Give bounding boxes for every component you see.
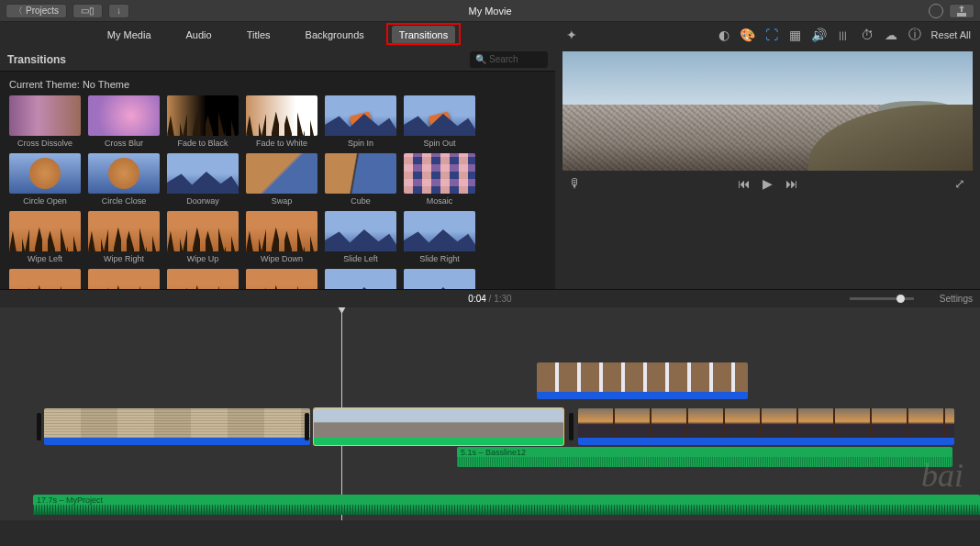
- clip-amphitheater[interactable]: [44, 408, 310, 445]
- transition-cube[interactable]: [325, 153, 396, 194]
- transition-item[interactable]: [246, 269, 317, 289]
- transition-cross-dissolve[interactable]: [9, 95, 81, 136]
- reset-all-button[interactable]: Reset All: [931, 29, 971, 40]
- transition-slide-right[interactable]: [404, 211, 475, 251]
- search-icon: 🔍: [475, 54, 486, 64]
- transition-circle-close[interactable]: [88, 153, 160, 194]
- transition-label: Wipe Left: [9, 254, 81, 265]
- stabilize-icon[interactable]: ▦: [788, 28, 803, 42]
- clip-handle[interactable]: [305, 413, 309, 440]
- tabs-row: My MediaAudioTitlesBackgroundsTransition…: [0, 22, 980, 48]
- clip-bridge[interactable]: [537, 362, 748, 399]
- tab-my-media[interactable]: My Media: [100, 26, 159, 44]
- preview-canvas[interactable]: [562, 51, 973, 171]
- clip-cityscape[interactable]: [314, 408, 563, 445]
- speed-icon[interactable]: ⏱: [860, 28, 874, 42]
- timeline[interactable]: 5.1s – Bassline12 17.7s – MyProject bai: [0, 307, 980, 520]
- clip-filter-icon[interactable]: ☁: [884, 28, 898, 42]
- transition-wipe-right[interactable]: [88, 211, 160, 251]
- transition-swap[interactable]: [246, 153, 317, 194]
- transition-wipe-down[interactable]: [246, 211, 317, 251]
- zoom-slider[interactable]: [850, 297, 914, 300]
- crop-icon[interactable]: ⛶: [764, 28, 779, 42]
- volume-icon[interactable]: 🔊: [812, 28, 827, 42]
- transition-item[interactable]: [9, 269, 81, 289]
- transition-fade-to-white[interactable]: [246, 95, 317, 136]
- transition-spin-in[interactable]: [325, 95, 396, 136]
- transition-label: Fade to Black: [167, 139, 239, 150]
- transition-wipe-up[interactable]: [167, 211, 239, 251]
- transition-slide-left[interactable]: [325, 211, 396, 251]
- tab-titles[interactable]: Titles: [239, 26, 278, 44]
- play-button[interactable]: ▶: [761, 176, 775, 191]
- transition-spin-out[interactable]: [404, 95, 475, 136]
- transition-label: Spin In: [325, 139, 396, 150]
- next-button[interactable]: ⏭: [785, 176, 799, 191]
- transition-cross-blur[interactable]: [88, 95, 160, 136]
- audio-clip-bassline[interactable]: 5.1s – Bassline12: [457, 447, 952, 467]
- record-indicator: [929, 4, 943, 18]
- color-balance-icon[interactable]: ◐: [717, 28, 731, 42]
- import-button[interactable]: ↓: [108, 4, 129, 18]
- transition-label: Wipe Down: [246, 254, 317, 265]
- magic-wand-icon[interactable]: ✦: [564, 28, 579, 42]
- transition-mosaic[interactable]: [404, 153, 475, 194]
- transition-fade-to-black[interactable]: [167, 95, 239, 136]
- transition-label: Doorway: [167, 196, 239, 207]
- transition-label: Cross Blur: [88, 139, 160, 150]
- share-button[interactable]: [949, 4, 974, 18]
- transition-label: Fade to White: [246, 139, 317, 150]
- timeline-header: 0:04 / 1:30 Settings: [0, 289, 980, 307]
- transition-label: Slide Left: [325, 254, 396, 265]
- transition-item[interactable]: [325, 269, 396, 289]
- transition-label: Mosaic: [404, 196, 475, 207]
- transition-item[interactable]: [404, 269, 475, 289]
- titlebar: 〈Projects ▭▯ ↓ My Movie: [0, 0, 980, 22]
- transition-label: Cross Dissolve: [9, 139, 81, 150]
- transition-doorway[interactable]: [167, 153, 239, 194]
- prev-button[interactable]: ⏮: [737, 176, 752, 191]
- transition-item[interactable]: [167, 269, 239, 289]
- current-theme-label: Current Theme: No Theme: [0, 72, 555, 95]
- transition-wipe-left[interactable]: [9, 211, 81, 251]
- audio-clip-project[interactable]: 17.7s – MyProject: [33, 495, 980, 515]
- transition-label: Circle Close: [88, 196, 160, 207]
- projects-back-button[interactable]: 〈Projects: [6, 4, 67, 18]
- transition-label: Cube: [325, 196, 396, 207]
- library-toggle-button[interactable]: ▭▯: [72, 4, 103, 18]
- timecode: 0:04 / 1:30: [468, 294, 511, 304]
- clip-sunset[interactable]: [578, 408, 954, 445]
- voiceover-icon[interactable]: 🎙: [568, 176, 583, 191]
- transition-label: Circle Open: [9, 196, 81, 207]
- transition-label: Slide Right: [404, 254, 475, 265]
- transition-circle-open[interactable]: [9, 153, 81, 194]
- timeline-settings-button[interactable]: Settings: [940, 294, 973, 304]
- tab-backgrounds[interactable]: Backgrounds: [298, 26, 372, 44]
- transition-item[interactable]: [88, 269, 160, 289]
- media-browser: Transitions 🔍 Search Current Theme: No T…: [0, 48, 555, 289]
- preview-panel: 🎙 ⏮ ▶ ⏭ ⤢: [555, 48, 980, 289]
- tab-transitions[interactable]: Transitions: [392, 26, 455, 44]
- transition-label: Wipe Up: [167, 254, 239, 265]
- transition-label: Spin Out: [404, 139, 475, 150]
- transition-label: Wipe Right: [88, 254, 160, 265]
- fullscreen-icon[interactable]: ⤢: [952, 176, 967, 191]
- project-title: My Movie: [468, 6, 511, 17]
- tab-audio[interactable]: Audio: [179, 26, 219, 44]
- clip-handle[interactable]: [569, 413, 574, 440]
- browser-title: Transitions: [7, 53, 66, 66]
- color-correction-icon[interactable]: 🎨: [741, 28, 755, 42]
- transition-label: Swap: [246, 196, 317, 207]
- info-icon[interactable]: ⓘ: [908, 28, 922, 42]
- search-input[interactable]: 🔍 Search: [470, 51, 548, 68]
- clip-start-handle[interactable]: [37, 413, 41, 440]
- noise-reduction-icon[interactable]: ⫼: [836, 28, 851, 42]
